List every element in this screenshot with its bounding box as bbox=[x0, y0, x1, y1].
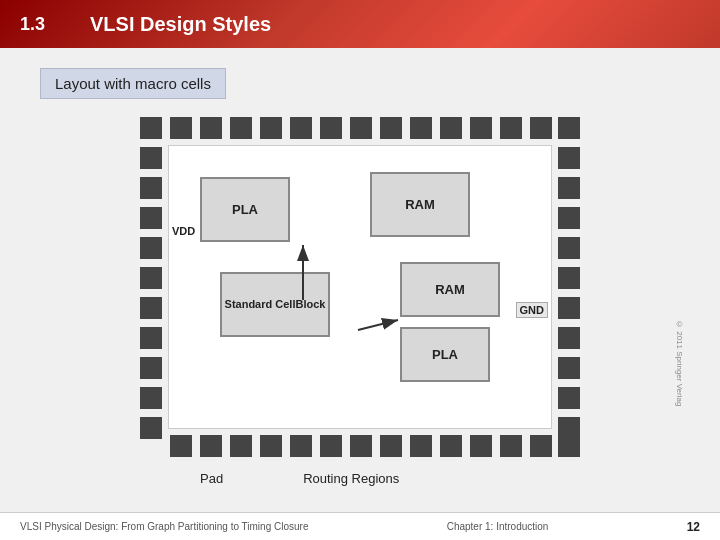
pad-cell bbox=[170, 435, 192, 457]
pad-cell bbox=[230, 117, 252, 139]
footer-center-text: Chapter 1: Introduction bbox=[447, 521, 549, 532]
pad-cell bbox=[140, 177, 162, 199]
pad-cell bbox=[558, 177, 580, 199]
std-cell-block: Standard Cell Block bbox=[220, 272, 330, 337]
pad-cell bbox=[260, 435, 282, 457]
pad-cell bbox=[290, 435, 312, 457]
pad-cell bbox=[320, 435, 342, 457]
vdd-label: VDD bbox=[172, 225, 195, 237]
pad-cell bbox=[558, 147, 580, 169]
pad-cell bbox=[230, 435, 252, 457]
pad-cell bbox=[200, 117, 222, 139]
pad-cell bbox=[530, 435, 552, 457]
pad-cell bbox=[140, 207, 162, 229]
pad-cell bbox=[350, 435, 372, 457]
pad-cell bbox=[170, 117, 192, 139]
footer: VLSI Physical Design: From Graph Partiti… bbox=[0, 512, 720, 540]
slide-number: 1.3 bbox=[20, 14, 60, 35]
pad-cell bbox=[320, 117, 342, 139]
pad-cell bbox=[558, 117, 580, 139]
pad-cell bbox=[558, 267, 580, 289]
pad-cell bbox=[558, 387, 580, 409]
footer-left-text: VLSI Physical Design: From Graph Partiti… bbox=[20, 521, 308, 532]
pad-cell bbox=[558, 237, 580, 259]
pad-cell bbox=[290, 117, 312, 139]
main-content: Layout with macro cells bbox=[0, 48, 720, 467]
pad-cell bbox=[140, 387, 162, 409]
std-cell-line2: Block bbox=[295, 297, 325, 311]
pad-cell bbox=[200, 435, 222, 457]
pad-cell bbox=[140, 327, 162, 349]
routing-label: Routing Regions bbox=[303, 471, 399, 486]
pad-cell bbox=[410, 117, 432, 139]
pad-cell bbox=[140, 147, 162, 169]
diagram: VDD PLA RAM RAM Standard Cell Block PLA … bbox=[140, 117, 580, 457]
pad-cell bbox=[558, 417, 580, 439]
pad-cell bbox=[500, 435, 522, 457]
pad-cell bbox=[558, 357, 580, 379]
pla-bot-block: PLA bbox=[400, 327, 490, 382]
pad-cell bbox=[350, 117, 372, 139]
pad-cell bbox=[140, 357, 162, 379]
routing-label-container: Routing Regions bbox=[303, 469, 399, 487]
section-title: Layout with macro cells bbox=[40, 68, 226, 99]
pad-cell bbox=[410, 435, 432, 457]
footer-page-number: 12 bbox=[687, 520, 700, 534]
pad-label: Pad bbox=[200, 471, 223, 486]
ram-top-block: RAM bbox=[370, 172, 470, 237]
pad-cell bbox=[470, 117, 492, 139]
pad-cell bbox=[558, 327, 580, 349]
pad-cell bbox=[440, 435, 462, 457]
ram-mid-block: RAM bbox=[400, 262, 500, 317]
pad-label-container: Pad bbox=[200, 469, 223, 487]
pad-cell bbox=[558, 297, 580, 319]
pad-cell bbox=[470, 435, 492, 457]
pad-cell bbox=[140, 417, 162, 439]
copyright-text: © 2011 Springer Verlag bbox=[675, 320, 684, 406]
pad-cell bbox=[530, 117, 552, 139]
header: 1.3 VLSI Design Styles bbox=[0, 0, 720, 48]
pad-cell bbox=[558, 207, 580, 229]
pad-cell bbox=[140, 237, 162, 259]
pad-cell bbox=[260, 117, 282, 139]
bottom-labels: Pad Routing Regions bbox=[140, 469, 580, 487]
std-cell-line1: Standard Cell bbox=[225, 297, 296, 311]
pad-cell bbox=[440, 117, 462, 139]
pad-cell bbox=[140, 297, 162, 319]
gnd-label: GND bbox=[516, 302, 548, 318]
slide-title: VLSI Design Styles bbox=[90, 13, 271, 36]
pad-cell bbox=[140, 117, 162, 139]
pad-cell bbox=[380, 117, 402, 139]
pad-cell bbox=[380, 435, 402, 457]
pad-cell bbox=[500, 117, 522, 139]
pla-top-block: PLA bbox=[200, 177, 290, 242]
pad-cell bbox=[140, 267, 162, 289]
